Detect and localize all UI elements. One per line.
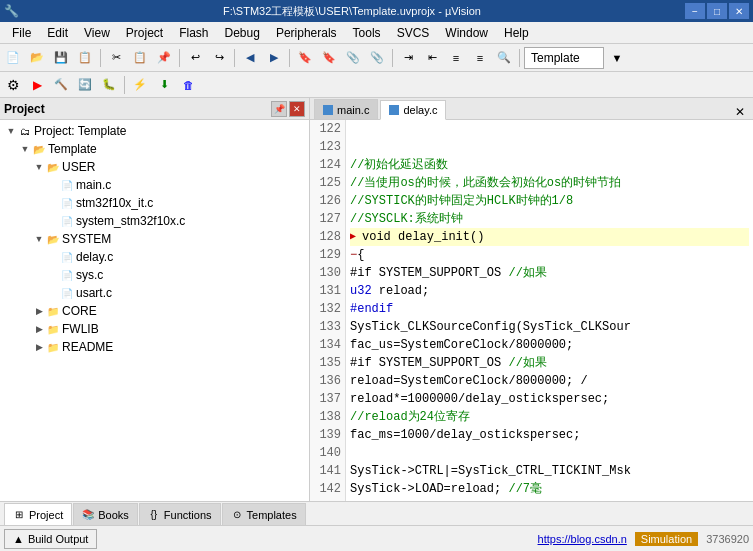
tree-item-project:-template[interactable]: ▼🗂Project: Template: [0, 122, 309, 140]
toolbar2: ⚙ ▶ 🔨 🔄 🐛 ⚡ ⬇ 🗑: [0, 72, 753, 98]
tree-item-core[interactable]: ▶📁CORE: [0, 302, 309, 320]
line-number-141: 141: [314, 462, 341, 480]
new-file-btn[interactable]: 📄: [2, 47, 24, 69]
redo-btn[interactable]: ↪: [208, 47, 230, 69]
menu-item-tools[interactable]: Tools: [345, 22, 389, 43]
run-btn[interactable]: ▶: [26, 74, 48, 96]
line-number-130: 130: [314, 264, 341, 282]
save-all-btn[interactable]: 📋: [74, 47, 96, 69]
tab-icon-main: [323, 105, 333, 115]
bottom-tab-books[interactable]: 📚 Books: [73, 503, 138, 525]
tree-item-main-c[interactable]: 📄main.c: [0, 176, 309, 194]
tree-item-stm32f10x_it-c[interactable]: 📄stm32f10x_it.c: [0, 194, 309, 212]
tree-item-delay-c[interactable]: 📄delay.c: [0, 248, 309, 266]
maximize-button[interactable]: □: [707, 3, 727, 19]
debug-btn[interactable]: 🐛: [98, 74, 120, 96]
sep3: [234, 49, 235, 67]
menu-item-project[interactable]: Project: [118, 22, 171, 43]
sep1: [100, 49, 101, 67]
save-btn[interactable]: 💾: [50, 47, 72, 69]
code-text: //初始化延迟函数: [350, 156, 448, 174]
line-number-126: 126: [314, 192, 341, 210]
project-close-btn[interactable]: ✕: [289, 101, 305, 117]
menu-item-help[interactable]: Help: [496, 22, 537, 43]
menu-item-debug[interactable]: Debug: [217, 22, 268, 43]
menu-item-view[interactable]: View: [76, 22, 118, 43]
bookmark4-btn[interactable]: 📎: [366, 47, 388, 69]
bottom-tab-templates-label: Templates: [247, 509, 297, 521]
arrow-indicator: ▶: [350, 228, 360, 246]
minimize-button[interactable]: −: [685, 3, 705, 19]
bookmark-btn[interactable]: 🔖: [294, 47, 316, 69]
indent-btn[interactable]: ⇥: [397, 47, 419, 69]
code-line-138: //reload为24位寄存: [350, 408, 749, 426]
tree-item-system_stm32f10x-c[interactable]: 📄system_stm32f10x.c: [0, 212, 309, 230]
tree-item-system[interactable]: ▼📂SYSTEM: [0, 230, 309, 248]
bottom-tab-project[interactable]: ⊞ Project: [4, 503, 72, 525]
indent2-btn[interactable]: ≡: [445, 47, 467, 69]
line-number-133: 133: [314, 318, 341, 336]
line-number-125: 125: [314, 174, 341, 192]
build-output-button[interactable]: ▲ Build Output: [4, 529, 97, 549]
open-btn[interactable]: 📂: [26, 47, 48, 69]
tree-item-user[interactable]: ▼📂USER: [0, 158, 309, 176]
code-text: SysTick->CTRL|=SysTick_CTRL_ENABLE_Msk: [350, 498, 624, 501]
template-box: Template: [524, 47, 604, 69]
search-btn[interactable]: 🔍: [493, 47, 515, 69]
code-line-131: u32 reload;: [350, 282, 749, 300]
code-line-136: reload=SystemCoreClock/8000000; /: [350, 372, 749, 390]
bottom-tab-books-label: Books: [98, 509, 129, 521]
project-pin-btn[interactable]: 📌: [271, 101, 287, 117]
undo-btn[interactable]: ↩: [184, 47, 206, 69]
code-text: #if SYSTEM_SUPPORT_OS //如果: [350, 354, 547, 372]
line-number-134: 134: [314, 336, 341, 354]
bottom-tab-templates[interactable]: ⊙ Templates: [222, 503, 306, 525]
code-line-134: fac_us=SystemCoreClock/8000000;: [350, 336, 749, 354]
tree-item-template[interactable]: ▼📂Template: [0, 140, 309, 158]
sep4: [289, 49, 290, 67]
build-btn[interactable]: 🔨: [50, 74, 72, 96]
code-close-btn[interactable]: ✕: [731, 105, 749, 119]
bookmark3-btn[interactable]: 📎: [342, 47, 364, 69]
menu-item-flash[interactable]: Flash: [171, 22, 216, 43]
line-number-142: 142: [314, 480, 341, 498]
line-number-122: 122: [314, 120, 341, 138]
config-btn[interactable]: ⚙: [2, 74, 24, 96]
menu-bar: FileEditViewProjectFlashDebugPeripherals…: [0, 22, 753, 44]
books-tab-icon: 📚: [82, 509, 94, 521]
menu-item-file[interactable]: File: [4, 22, 39, 43]
nav-fwd-btn[interactable]: ▶: [263, 47, 285, 69]
tab-delay-c[interactable]: delay.c: [380, 100, 446, 120]
cut-btn[interactable]: ✂: [105, 47, 127, 69]
menu-item-svcs[interactable]: SVCS: [389, 22, 438, 43]
outdent-btn[interactable]: ⇤: [421, 47, 443, 69]
tree-item-usart-c[interactable]: 📄usart.c: [0, 284, 309, 302]
nav-back-btn[interactable]: ◀: [239, 47, 261, 69]
flash2-btn[interactable]: ⬇: [153, 74, 175, 96]
tree-expand-icon: ▶: [32, 324, 46, 334]
copy-btn[interactable]: 📋: [129, 47, 151, 69]
menu-item-edit[interactable]: Edit: [39, 22, 76, 43]
bottom-tab-functions[interactable]: {} Functions: [139, 503, 221, 525]
menu-item-peripherals[interactable]: Peripherals: [268, 22, 345, 43]
bottom-tab-project-label: Project: [29, 509, 63, 521]
template-dropdown-btn[interactable]: ▼: [606, 47, 628, 69]
tree-item-readme[interactable]: ▶📁README: [0, 338, 309, 356]
tab-main-c[interactable]: main.c: [314, 99, 378, 119]
flash-btn[interactable]: ⚡: [129, 74, 151, 96]
menu-item-window[interactable]: Window: [437, 22, 496, 43]
code-text: //当使用os的时候，此函数会初始化os的时钟节拍: [350, 174, 621, 192]
file-icon: 📄: [60, 180, 74, 191]
code-line-139: fac_ms=1000/delay_ostickspersec;: [350, 426, 749, 444]
rebuild-btn[interactable]: 🔄: [74, 74, 96, 96]
line-number-140: 140: [314, 444, 341, 462]
bookmark2-btn[interactable]: 🔖: [318, 47, 340, 69]
code-area: 1221231241251261271281291301311321331341…: [310, 120, 753, 501]
tree-item-fwlib[interactable]: ▶📁FWLIB: [0, 320, 309, 338]
close-button[interactable]: ✕: [729, 3, 749, 19]
paste-btn[interactable]: 📌: [153, 47, 175, 69]
erase-btn[interactable]: 🗑: [177, 74, 199, 96]
tree-item-sys-c[interactable]: 📄sys.c: [0, 266, 309, 284]
code-content[interactable]: //初始化延迟函数 //当使用os的时候，此函数会初始化os的时钟节拍 //SY…: [346, 120, 753, 501]
outdent2-btn[interactable]: ≡: [469, 47, 491, 69]
